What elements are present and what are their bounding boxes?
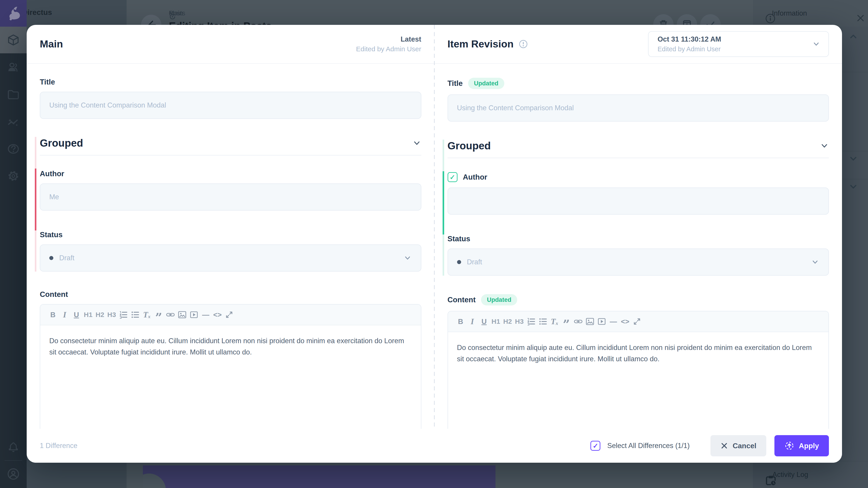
h1-button[interactable]: H1 xyxy=(82,308,94,322)
image-button[interactable] xyxy=(584,315,596,328)
bell-icon xyxy=(7,442,19,453)
chevron-down-icon xyxy=(812,39,821,48)
code-button[interactable]: <> xyxy=(212,308,223,322)
rabbit-logo-icon xyxy=(5,5,22,22)
status-select[interactable]: Draft xyxy=(40,245,421,271)
apply-button-label: Apply xyxy=(799,442,819,450)
bold-button[interactable]: B xyxy=(47,308,59,322)
wysiwyg-editor: B I U H1 H2 H3 Tₓ ” xyxy=(40,304,421,429)
status-dot-icon xyxy=(457,260,461,264)
module-bar xyxy=(0,0,27,488)
content-field-label: Content xyxy=(40,290,68,299)
apply-button[interactable]: Apply xyxy=(774,435,829,456)
gear-icon xyxy=(7,170,20,182)
help-icon xyxy=(7,142,20,155)
clear-format-button[interactable]: Tₓ xyxy=(141,308,153,322)
info-panel-title: Information xyxy=(772,9,849,18)
chevron-down-icon[interactable] xyxy=(820,141,829,150)
underline-button[interactable]: U xyxy=(70,308,82,322)
difference-count: 1 Difference xyxy=(40,442,78,450)
module-settings[interactable] xyxy=(0,163,27,189)
video-button[interactable] xyxy=(596,315,608,328)
h2-button[interactable]: H2 xyxy=(94,308,106,322)
content-field: Content B I U H1 H2 H3 Tₓ xyxy=(40,290,421,429)
author-input[interactable]: Me xyxy=(40,184,421,210)
module-insights[interactable] xyxy=(0,109,27,135)
status-field: Status Draft xyxy=(447,234,829,275)
directus-logo[interactable] xyxy=(0,0,27,27)
main-panel-scroll[interactable]: Title Using the Content Comparison Modal… xyxy=(27,64,434,429)
info-panel-header[interactable]: Information xyxy=(753,0,868,27)
cube-icon xyxy=(7,34,20,46)
updated-badge: Updated xyxy=(468,78,504,89)
revision-edited-by: Edited by Admin User xyxy=(657,45,812,53)
h1-button[interactable]: H1 xyxy=(490,315,502,328)
title-field-label: Title xyxy=(40,78,55,86)
status-select[interactable]: Draft xyxy=(447,249,829,275)
grouped-section-title: Grouped xyxy=(447,140,491,152)
main-panel-title: Main xyxy=(40,38,63,50)
fullscreen-button[interactable] xyxy=(631,315,643,328)
blockquote-button[interactable]: ” xyxy=(153,308,164,322)
author-input[interactable] xyxy=(447,188,829,215)
decorative-circle xyxy=(143,474,166,488)
image-button[interactable] xyxy=(176,308,188,322)
caret-down-icon xyxy=(169,11,174,15)
h3-button[interactable]: H3 xyxy=(514,315,525,328)
cancel-button[interactable]: Cancel xyxy=(710,435,766,456)
activity-log-label: Activity Log xyxy=(772,470,808,479)
blockquote-button[interactable]: ” xyxy=(561,315,572,328)
clear-format-button[interactable]: Tₓ xyxy=(549,315,561,328)
chevron-down-icon xyxy=(811,258,819,266)
chevron-down-icon[interactable] xyxy=(412,138,421,148)
difference-checkbox[interactable]: ✓ xyxy=(447,172,458,182)
fullscreen-button[interactable] xyxy=(223,308,235,322)
close-icon xyxy=(720,442,728,450)
ordered-list-button[interactable] xyxy=(118,308,129,322)
author-field-label: Author xyxy=(463,173,487,182)
status-dot-icon xyxy=(49,256,53,260)
italic-button[interactable]: I xyxy=(59,308,70,322)
module-content[interactable] xyxy=(0,27,27,53)
title-field: Title Updated Using the Content Comparis… xyxy=(447,78,829,122)
chevron-down-icon xyxy=(403,254,412,262)
bullet-list-button[interactable] xyxy=(537,315,549,328)
ordered-list-button[interactable] xyxy=(525,315,537,328)
status-field: Status Draft xyxy=(40,230,421,271)
horizontal-rule-button[interactable]: — xyxy=(200,308,212,322)
italic-button[interactable]: I xyxy=(467,315,478,328)
grouped-section-title: Grouped xyxy=(40,137,83,149)
module-help[interactable] xyxy=(0,135,27,162)
underline-button[interactable]: U xyxy=(478,315,490,328)
module-files[interactable] xyxy=(0,81,27,108)
editor-content[interactable]: Do consectetur minim aliquip aute eu. Ci… xyxy=(448,332,829,375)
revision-panel-scroll[interactable]: Title Updated Using the Content Comparis… xyxy=(434,64,842,429)
title-input[interactable]: Using the Content Comparison Modal xyxy=(447,94,829,122)
notifications-button[interactable] xyxy=(0,434,27,461)
status-field-label: Status xyxy=(40,230,63,239)
user-menu-button[interactable] xyxy=(0,461,27,487)
revision-panel-title: Item Revision xyxy=(447,38,514,50)
horizontal-rule-button[interactable]: — xyxy=(608,315,619,328)
status-value: Draft xyxy=(467,258,482,266)
editor-toolbar: B I U H1 H2 H3 Tₓ ” xyxy=(40,304,421,325)
link-button[interactable] xyxy=(164,308,176,322)
activity-log-button[interactable]: Activity Log xyxy=(753,461,868,488)
bold-button[interactable]: B xyxy=(455,315,467,328)
bullet-list-button[interactable] xyxy=(129,308,141,322)
code-button[interactable]: <> xyxy=(619,315,631,328)
link-button[interactable] xyxy=(572,315,584,328)
grouped-section: Grouped ✓ Author St xyxy=(447,140,829,275)
h2-button[interactable]: H2 xyxy=(502,315,514,328)
editor-content[interactable]: Do consectetur minim aliquip aute eu. Ci… xyxy=(40,325,421,368)
revision-select[interactable]: Oct 31 11:30:12 AM Edited by Admin User xyxy=(648,31,829,57)
updated-badge: Updated xyxy=(481,294,517,305)
background-content-block xyxy=(143,465,495,488)
title-field-label: Title xyxy=(447,79,463,88)
title-input[interactable]: Using the Content Comparison Modal xyxy=(40,92,421,119)
h3-button[interactable]: H3 xyxy=(106,308,118,322)
grouped-section: Grouped Author Me Status xyxy=(40,137,421,271)
module-users[interactable] xyxy=(0,54,27,81)
select-all-checkbox[interactable]: ✓ xyxy=(590,441,600,451)
video-button[interactable] xyxy=(188,308,200,322)
